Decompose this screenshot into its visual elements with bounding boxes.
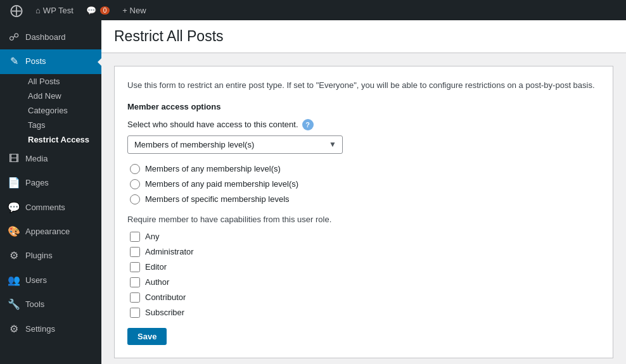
radio-any-level[interactable]: Members of any membership level(s) <box>130 164 600 174</box>
checkbox-subscriber-label: Subscriber <box>145 308 184 317</box>
posts-submenu: All Posts Add New Categories Tags Restri… <box>0 74 101 147</box>
checkbox-editor-input[interactable] <box>130 262 140 272</box>
checkbox-administrator[interactable]: Administrator <box>130 247 600 257</box>
plugins-icon: ⚙ <box>8 249 20 263</box>
media-label: Media <box>25 153 48 165</box>
users-icon: 👥 <box>8 273 20 287</box>
checkbox-contributor-label: Contributor <box>145 292 186 302</box>
new-content-button[interactable]: + New <box>117 0 151 20</box>
access-level-select[interactable]: Everyone Members of membership level(s) … <box>127 135 343 154</box>
sidebar-sub-tags[interactable]: Tags <box>8 118 101 132</box>
home-icon: ⌂ <box>35 6 41 15</box>
sidebar-item-posts[interactable]: ✎ Posts <box>0 49 101 73</box>
comments-sidebar-label: Comments <box>25 202 65 213</box>
page-title: Restrict All Posts <box>114 28 613 45</box>
require-text: Require member to have capabilities from… <box>127 215 600 224</box>
content-area: Restrict All Posts Use this form to rest… <box>101 20 626 364</box>
site-name-button[interactable]: ⌂ WP Test <box>30 0 79 20</box>
content-inner: Use this form to restrict an entire post… <box>101 53 626 364</box>
page-header: Restrict All Posts <box>101 20 626 53</box>
checkbox-any-input[interactable] <box>130 232 140 242</box>
help-icon[interactable]: ? <box>302 119 314 130</box>
radio-paid-level-label: Members of any paid membership level(s) <box>145 179 298 189</box>
checkbox-author[interactable]: Author <box>130 277 600 287</box>
users-label: Users <box>25 275 47 286</box>
sidebar-item-dashboard[interactable]: ☍ Dashboard <box>0 25 101 49</box>
appearance-label: Appearance <box>25 226 70 237</box>
checkbox-administrator-label: Administrator <box>145 247 194 256</box>
wp-icon: ⨁ <box>10 3 23 18</box>
access-level-select-wrapper: Everyone Members of membership level(s) … <box>127 135 343 154</box>
checkbox-author-label: Author <box>145 277 169 287</box>
sidebar: ☍ Dashboard ✎ Posts All Posts Add New Ca… <box>0 20 101 364</box>
pages-label: Pages <box>25 177 49 189</box>
wp-logo-button[interactable]: ⨁ <box>5 0 28 20</box>
sidebar-sub-add-new[interactable]: Add New <box>8 89 101 103</box>
dashboard-icon: ☍ <box>8 30 20 44</box>
settings-icon: ⚙ <box>8 322 20 336</box>
checkbox-author-input[interactable] <box>130 277 140 287</box>
sidebar-item-users[interactable]: 👥 Users <box>0 268 101 292</box>
sidebar-item-pages[interactable]: 📄 Pages <box>0 171 101 195</box>
checkbox-any[interactable]: Any <box>130 232 600 242</box>
tools-label: Tools <box>25 299 44 310</box>
checkbox-subscriber[interactable]: Subscriber <box>130 308 600 318</box>
membership-radio-group: Members of any membership level(s) Membe… <box>130 164 600 204</box>
site-name-label: WP Test <box>43 6 73 15</box>
settings-label: Settings <box>25 323 55 335</box>
plugins-label: Plugins <box>25 250 53 261</box>
comments-count: 0 <box>100 6 110 15</box>
radio-specific-level-input[interactable] <box>130 194 140 204</box>
admin-bar: ⨁ ⌂ WP Test 💬 0 + New <box>0 0 626 20</box>
sidebar-item-plugins[interactable]: ⚙ Plugins <box>0 244 101 268</box>
radio-paid-level[interactable]: Members of any paid membership level(s) <box>130 179 600 189</box>
checkbox-administrator-input[interactable] <box>130 247 140 257</box>
comments-icon: 💬 <box>86 6 96 15</box>
radio-paid-level-input[interactable] <box>130 179 140 189</box>
sidebar-sub-all-posts[interactable]: All Posts <box>8 74 101 89</box>
posts-icon: ✎ <box>8 54 20 68</box>
sidebar-item-comments[interactable]: 💬 Comments <box>0 196 101 220</box>
select-label-text: Select who should have access to this co… <box>127 120 298 129</box>
sidebar-sub-categories[interactable]: Categories <box>8 103 101 118</box>
tools-icon: 🔧 <box>8 298 20 311</box>
appearance-icon: 🎨 <box>8 225 20 239</box>
pages-icon: 📄 <box>8 176 20 190</box>
radio-specific-level-label: Members of specific membership levels <box>145 194 290 204</box>
new-label: + New <box>122 6 146 15</box>
dashboard-label: Dashboard <box>25 32 66 43</box>
user-role-checkbox-group: Any Administrator Editor Author <box>130 232 600 318</box>
posts-label: Posts <box>25 56 46 67</box>
comments-button[interactable]: 💬 0 <box>81 0 115 20</box>
sidebar-sub-restrict-access[interactable]: Restrict Access <box>8 132 101 147</box>
checkbox-contributor-input[interactable] <box>130 292 140 303</box>
sidebar-item-media[interactable]: 🎞 Media <box>0 147 101 171</box>
radio-any-level-input[interactable] <box>130 164 140 174</box>
select-form-row: Select who should have access to this co… <box>127 119 600 154</box>
select-label: Select who should have access to this co… <box>127 119 600 130</box>
checkbox-editor[interactable]: Editor <box>130 262 600 272</box>
restrict-all-posts-card: Use this form to restrict an entire post… <box>114 66 613 358</box>
checkbox-editor-label: Editor <box>145 262 167 272</box>
sidebar-item-appearance[interactable]: 🎨 Appearance <box>0 220 101 244</box>
radio-specific-level[interactable]: Members of specific membership levels <box>130 194 600 204</box>
save-button[interactable]: Save <box>127 328 167 345</box>
media-icon: 🎞 <box>8 152 20 166</box>
main-layout: ☍ Dashboard ✎ Posts All Posts Add New Ca… <box>0 20 626 364</box>
checkbox-any-label: Any <box>145 232 159 241</box>
comments-sidebar-icon: 💬 <box>8 201 20 215</box>
description-text: Use this form to restrict an entire post… <box>127 79 600 92</box>
section-title: Member access options <box>127 102 600 111</box>
checkbox-contributor[interactable]: Contributor <box>130 292 600 303</box>
sidebar-item-settings[interactable]: ⚙ Settings <box>0 317 101 341</box>
checkbox-subscriber-input[interactable] <box>130 308 140 318</box>
radio-any-level-label: Members of any membership level(s) <box>145 164 281 173</box>
sidebar-item-tools[interactable]: 🔧 Tools <box>0 292 101 317</box>
